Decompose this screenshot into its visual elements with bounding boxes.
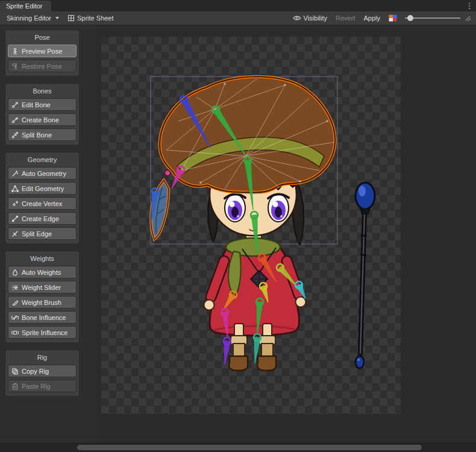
panel-rig: Rig Copy Rig Paste Rig bbox=[5, 350, 80, 397]
panel-pose: Pose Preview Pose Restore Pose bbox=[5, 30, 80, 77]
apply-label: Apply bbox=[363, 14, 380, 22]
split-edge-button[interactable]: Split Edge bbox=[8, 227, 77, 240]
restore-pose-icon bbox=[11, 63, 19, 70]
toolbar-right-group: Visibility Revert Apply bbox=[289, 11, 474, 25]
overlay-color-swatch[interactable] bbox=[384, 11, 401, 25]
create-bone-icon bbox=[11, 116, 19, 124]
main-content: Pose Preview Pose Restore Pose Bones Edi… bbox=[0, 25, 476, 443]
panel-bones: Bones Edit Bone Create Bone Split Bone bbox=[5, 83, 80, 145]
button-label: Split Edge bbox=[22, 230, 52, 237]
panel-geometry: Geometry Auto Geometry Edit Geometry Cre… bbox=[5, 152, 80, 244]
skinning-editor-dropdown[interactable]: Skinning Editor bbox=[2, 11, 63, 25]
panel-title: Geometry bbox=[8, 156, 77, 163]
weight-slider-button[interactable]: Weight Slider bbox=[8, 281, 77, 293]
button-label: Sprite Influence bbox=[22, 329, 67, 336]
visibility-label: Visibility bbox=[304, 14, 328, 22]
button-label: Auto Geometry bbox=[22, 170, 66, 177]
horizontal-scrollbar-thumb[interactable] bbox=[77, 445, 422, 450]
color-swatch-icon bbox=[389, 14, 397, 22]
eye-icon bbox=[293, 15, 301, 21]
character-sprite[interactable] bbox=[151, 77, 335, 371]
panel-weights: Weights Auto Weights Weight Slider Weigh… bbox=[5, 251, 80, 343]
skinning-editor-label: Skinning Editor bbox=[7, 14, 51, 22]
create-vertex-button[interactable]: Create Vertex bbox=[8, 197, 77, 210]
apply-button[interactable]: Apply bbox=[359, 11, 384, 25]
button-label: Split Bone bbox=[22, 131, 52, 139]
create-vertex-icon bbox=[11, 200, 19, 207]
tab-strip-spacer bbox=[51, 0, 463, 11]
button-label: Weight Brush bbox=[22, 299, 61, 306]
create-bone-button[interactable]: Create Bone bbox=[8, 113, 77, 126]
sprite-canvas[interactable] bbox=[101, 37, 401, 414]
weight-slider-icon bbox=[11, 284, 19, 291]
tab-sprite-editor[interactable]: Sprite Editor bbox=[0, 1, 51, 11]
button-label: Create Vertex bbox=[22, 200, 62, 207]
edit-geometry-icon bbox=[11, 185, 19, 192]
visibility-toggle[interactable]: Visibility bbox=[289, 11, 332, 25]
bone-influence-icon bbox=[11, 314, 19, 321]
toolbar: Skinning Editor Sprite Sheet Visibility … bbox=[0, 11, 476, 25]
chevron-down-icon bbox=[55, 17, 59, 19]
button-label: Copy Rig bbox=[22, 368, 49, 375]
edit-bone-icon bbox=[11, 101, 19, 108]
panel-title: Weights bbox=[8, 255, 77, 262]
button-label: Bone Influence bbox=[22, 314, 66, 321]
sprite-sheet-icon bbox=[67, 14, 75, 22]
button-label: Edit Bone bbox=[22, 101, 51, 108]
tab-strip: Sprite Editor ⋮ bbox=[0, 0, 476, 11]
skinning-tool-sidebar: Pose Preview Pose Restore Pose Bones Edi… bbox=[0, 25, 96, 443]
staff-sprite[interactable] bbox=[355, 183, 375, 368]
panel-title: Bones bbox=[8, 87, 77, 95]
button-label: Paste Rig bbox=[22, 383, 51, 390]
copy-rig-icon bbox=[11, 368, 19, 375]
button-label: Weight Slider bbox=[22, 284, 61, 291]
button-label: Edit Geometry bbox=[22, 185, 64, 192]
split-edge-icon bbox=[11, 230, 19, 237]
panel-title: Rig bbox=[8, 354, 77, 361]
bone-influence-button[interactable]: Bone Influence bbox=[8, 311, 77, 324]
auto-weights-icon bbox=[11, 269, 19, 276]
auto-geometry-button[interactable]: Auto Geometry bbox=[8, 167, 77, 180]
edit-geometry-button[interactable]: Edit Geometry bbox=[8, 182, 77, 195]
button-label: Preview Pose bbox=[22, 48, 62, 55]
sprite-render bbox=[101, 37, 401, 414]
horizontal-scrollbar[interactable] bbox=[0, 443, 476, 452]
create-edge-button[interactable]: Create Edge bbox=[8, 212, 77, 225]
panel-title: Pose bbox=[8, 34, 77, 41]
sprite-sheet-label: Sprite Sheet bbox=[77, 14, 114, 22]
button-label: Auto Weights bbox=[22, 269, 61, 276]
restore-pose-button[interactable]: Restore Pose bbox=[8, 60, 77, 72]
diagonal-lines-icon bbox=[464, 14, 471, 22]
weight-brush-icon bbox=[11, 299, 19, 306]
sprite-influence-button[interactable]: Sprite Influence bbox=[8, 326, 77, 339]
overlay-opacity-slider[interactable] bbox=[405, 11, 460, 25]
weight-brush-button[interactable]: Weight Brush bbox=[8, 296, 77, 309]
button-label: Create Edge bbox=[22, 215, 59, 222]
viewport bbox=[96, 25, 476, 443]
paste-rig-icon bbox=[11, 383, 19, 390]
preview-pose-icon bbox=[11, 48, 19, 55]
create-edge-icon bbox=[11, 215, 19, 222]
window-menu-icon[interactable]: ⋮ bbox=[463, 0, 476, 11]
tab-label: Sprite Editor bbox=[6, 2, 43, 10]
paste-rig-button[interactable]: Paste Rig bbox=[8, 380, 77, 392]
auto-geometry-icon bbox=[11, 170, 19, 177]
button-label: Restore Pose bbox=[22, 63, 62, 70]
sprite-influence-icon bbox=[11, 329, 19, 336]
auto-weights-button[interactable]: Auto Weights bbox=[8, 266, 77, 278]
sprite-sheet-button[interactable]: Sprite Sheet bbox=[63, 11, 118, 25]
slider-knob[interactable] bbox=[407, 15, 413, 21]
split-bone-button[interactable]: Split Bone bbox=[8, 128, 77, 141]
button-label: Create Bone bbox=[22, 116, 59, 124]
preview-pose-button[interactable]: Preview Pose bbox=[8, 45, 77, 57]
split-bone-icon bbox=[11, 131, 19, 139]
edit-bone-button[interactable]: Edit Bone bbox=[8, 98, 77, 111]
sprite-editor-window: Sprite Editor ⋮ Skinning Editor Sprite S… bbox=[0, 0, 476, 452]
revert-label: Revert bbox=[336, 14, 355, 22]
copy-rig-button[interactable]: Copy Rig bbox=[8, 365, 77, 377]
revert-button[interactable]: Revert bbox=[331, 11, 359, 25]
